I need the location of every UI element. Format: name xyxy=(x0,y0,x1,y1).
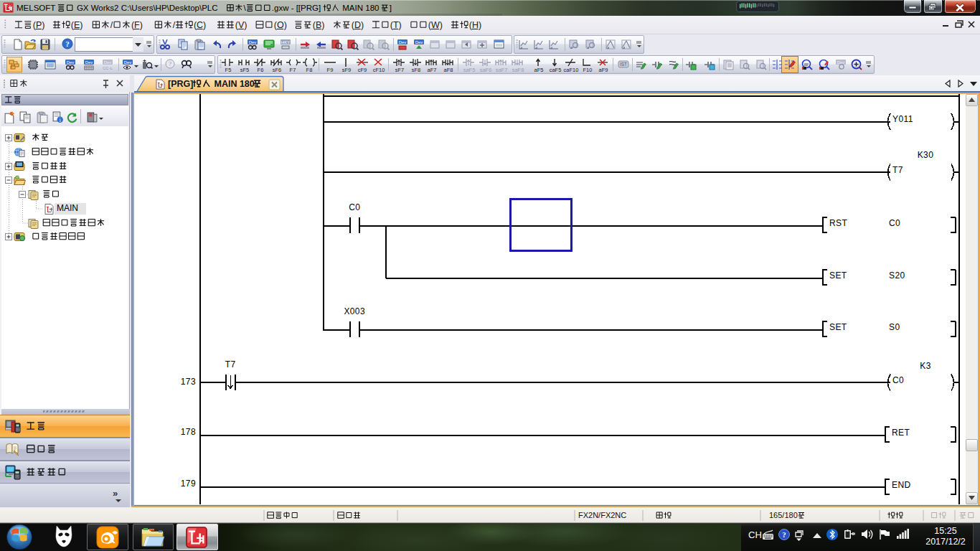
svg-text:Dev: Dev xyxy=(399,40,407,44)
svg-text:C0: C0 xyxy=(349,202,360,212)
svg-text:MAIN 180: MAIN 180 xyxy=(212,79,255,89)
svg-text:C0: C0 xyxy=(892,375,904,385)
svg-text:173: 173 xyxy=(181,377,196,387)
svg-text:S0: S0 xyxy=(889,322,900,332)
svg-text:(D): (D) xyxy=(352,20,364,30)
svg-text:»: » xyxy=(113,488,118,499)
svg-text:saF6: saF6 xyxy=(479,67,491,72)
svg-text:SET: SET xyxy=(829,270,847,281)
svg-text:C0: C0 xyxy=(889,218,900,228)
svg-text:RST: RST xyxy=(829,218,847,228)
svg-text:(W): (W) xyxy=(428,20,443,30)
svg-text:X003: X003 xyxy=(344,306,365,316)
svg-text:saF5: saF5 xyxy=(463,67,476,72)
svg-text:cF10: cF10 xyxy=(372,67,385,72)
svg-text:Dev: Dev xyxy=(415,40,423,44)
svg-text:T7: T7 xyxy=(892,165,903,175)
svg-text:aF5: aF5 xyxy=(534,67,544,72)
svg-text:saF8: saF8 xyxy=(512,67,524,72)
svg-text:T7: T7 xyxy=(225,359,236,369)
svg-text:178: 178 xyxy=(181,427,196,437)
svg-text:F10: F10 xyxy=(583,67,592,72)
svg-text:(B): (B) xyxy=(313,20,325,30)
svg-text:sF7: sF7 xyxy=(395,67,405,72)
svg-text:aF9: aF9 xyxy=(599,67,608,72)
svg-text:IST: IST xyxy=(619,62,626,67)
svg-text:[PRG]: [PRG] xyxy=(168,79,193,89)
svg-text:S20: S20 xyxy=(889,270,905,281)
svg-text:END: END xyxy=(892,480,911,490)
svg-text:aF8: aF8 xyxy=(443,67,453,72)
svg-text:F9: F9 xyxy=(327,67,334,72)
svg-text:aF7: aF7 xyxy=(428,67,437,72)
svg-text:Y011: Y011 xyxy=(892,114,913,124)
svg-text:cF9: cF9 xyxy=(358,67,367,72)
svg-text:MAIN 180: MAIN 180 xyxy=(340,4,379,12)
svg-text:(H): (H) xyxy=(469,20,481,30)
svg-text:F8: F8 xyxy=(306,67,312,72)
svg-text:sF9: sF9 xyxy=(341,67,351,72)
svg-text:caF5: caF5 xyxy=(549,67,561,72)
svg-text:]: ] xyxy=(390,4,392,12)
svg-text:K30: K30 xyxy=(918,150,934,160)
svg-text:?: ? xyxy=(782,530,786,539)
svg-text:SET: SET xyxy=(829,322,847,332)
svg-text:saF7: saF7 xyxy=(496,67,508,72)
svg-text:165/180: 165/180 xyxy=(769,511,798,519)
svg-text:(T): (T) xyxy=(390,20,402,30)
svg-text:179: 179 xyxy=(181,479,196,489)
svg-text:FX2N/FX2NC: FX2N/FX2NC xyxy=(578,511,626,519)
svg-text:Dev: Dev xyxy=(837,60,845,65)
svg-text:K3: K3 xyxy=(920,361,930,371)
svg-text:RET: RET xyxy=(892,428,910,438)
svg-text:caF10: caF10 xyxy=(564,67,579,72)
svg-text:sF8: sF8 xyxy=(411,67,420,72)
svg-text:CH: CH xyxy=(748,529,762,540)
